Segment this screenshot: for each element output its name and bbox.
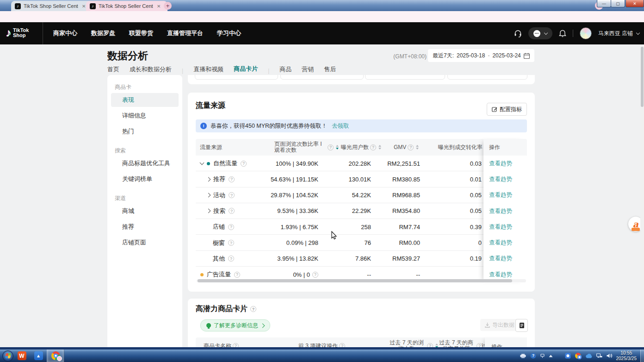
topbar-right-cluster: 马来西亚 店铺 [514, 22, 639, 44]
info-icon[interactable]: ? [328, 144, 334, 150]
view-trend-link[interactable]: 查看趋势 [483, 219, 527, 235]
sidebar-item[interactable]: 商城 [111, 204, 179, 218]
gmv-value: RM354.80 [392, 203, 420, 219]
info-icon[interactable]: ? [229, 192, 235, 198]
topnav-item[interactable]: 数据罗盘 [91, 29, 115, 37]
start-button[interactable] [2, 350, 13, 362]
browser-tab-2-active[interactable]: ♪ TikTok Shop Seller Center | Cr ✕ [86, 1, 167, 11]
tray-volume-icon[interactable] [607, 353, 613, 358]
tray-help-icon[interactable]: ? [530, 353, 536, 359]
taskbar-photos-button[interactable]: ▲ [30, 350, 47, 362]
sidebar-item[interactable]: 热门 [111, 125, 179, 138]
sidebar-item[interactable]: 详细信息 [111, 109, 179, 123]
notification-bell-icon[interactable] [559, 30, 566, 37]
info-icon[interactable]: ? [234, 272, 240, 278]
shop-name[interactable]: 马来西亚 店铺 [598, 30, 633, 37]
browser-tab-1[interactable]: ♪ TikTok Shop Seller Center | Cr ✕ [11, 1, 93, 11]
metric-card[interactable] [195, 75, 278, 80]
info-icon[interactable]: ? [241, 161, 247, 167]
info-icon[interactable]: ? [228, 240, 234, 246]
tray-printer-icon[interactable] [520, 354, 526, 358]
info-icon[interactable]: ? [427, 343, 433, 348]
taskbar-clock[interactable]: 10:55 2025/3/25 [616, 350, 637, 362]
info-icon[interactable]: ? [339, 343, 345, 348]
tiktok-shop-logo[interactable]: ♪ TikTok Shop [6, 26, 29, 39]
source-name: 广告流量 [207, 270, 231, 279]
source-name: 活动 [213, 191, 225, 200]
column-7day-viewers[interactable]: 过去 7 天的浏览人数 ? [388, 337, 438, 347]
view-trend-link[interactable]: 查看趋势 [483, 156, 527, 171]
expand-icon[interactable] [206, 209, 211, 213]
tab-close-icon[interactable]: ✕ [157, 4, 161, 9]
info-icon[interactable]: ? [250, 306, 256, 312]
traffic-row: 自然流量?100% | 349.90K202.28KRM2,251.510.03 [196, 156, 527, 171]
expand-icon[interactable] [200, 161, 204, 165]
claim-coupon-link[interactable]: 去领取 [332, 122, 349, 130]
sidebar-item[interactable]: 店铺页面 [111, 236, 179, 250]
column-7day-gmv[interactable]: 过去 7 天的商品交易总额 ? [437, 337, 488, 347]
column-gmv[interactable]: GMV ? [394, 139, 419, 156]
sidebar-item[interactable]: 商品标题优化工具 [111, 156, 179, 170]
tray-app-icon[interactable] [565, 353, 571, 359]
column-conversion-rate[interactable]: 曝光到成交转化率 ? [438, 139, 490, 156]
view-trend-link[interactable]: 查看趋势 [483, 171, 527, 187]
info-icon[interactable]: ? [229, 208, 235, 214]
document-icon [519, 322, 525, 329]
expand-icon[interactable] [206, 193, 211, 198]
sidebar-item[interactable]: 关键词榜单 [111, 172, 179, 186]
topnav-item[interactable]: 商家中心 [53, 29, 77, 37]
view-trend-link[interactable]: 查看趋势 [483, 235, 527, 251]
view-trend-link[interactable]: 查看趋势 [483, 187, 527, 203]
headset-icon[interactable] [514, 30, 522, 37]
show-hidden-icons-arrow[interactable] [549, 355, 553, 357]
topnav-item[interactable]: 学习中心 [217, 29, 241, 37]
info-icon[interactable]: ? [370, 144, 376, 150]
date-range-picker[interactable]: 最近7天: 2025-03-18 - 2025-03-24 [428, 49, 534, 62]
info-icon[interactable]: ? [228, 256, 234, 262]
horizontal-scrollbar[interactable] [197, 279, 526, 282]
tray-cloud-icon[interactable] [585, 354, 592, 358]
diagnosis-link-pill[interactable]: 了解更多诊断信息 [200, 319, 270, 331]
show-desktop-button[interactable] [640, 350, 644, 362]
column-pageview-ratio[interactable]: 页面浏览次数比率 I 观看次数 ? [274, 139, 339, 156]
view-trend-link[interactable]: 查看趋势 [483, 203, 527, 219]
report-list-button[interactable] [515, 319, 528, 332]
horizontal-scrollbar-thumb[interactable] [198, 279, 512, 282]
column-source: 流量来源 [200, 139, 222, 156]
tab-close-icon[interactable]: ✕ [82, 4, 86, 9]
page-scrollbar[interactable] [640, 44, 644, 347]
export-data-button[interactable]: 导出数据 [480, 319, 519, 331]
info-icon[interactable]: ? [228, 224, 234, 230]
metric-card[interactable] [447, 75, 527, 80]
metric-card[interactable] [280, 75, 364, 80]
window-minimize-button[interactable]: — [597, 0, 611, 7]
info-icon[interactable]: ? [229, 176, 235, 182]
sidebar-section-label: 渠道 [115, 194, 182, 202]
messages-button[interactable] [528, 27, 552, 39]
tray-chrome-icon[interactable] [575, 353, 581, 359]
sidebar-item[interactable]: 推荐 [111, 220, 179, 234]
expand-icon[interactable] [206, 177, 211, 181]
window-close-button[interactable]: ✕ [625, 0, 644, 7]
page-scrollbar-thumb[interactable] [641, 47, 644, 107]
info-icon[interactable]: ? [408, 144, 414, 150]
gmv-value: RM7.74 [399, 219, 420, 235]
tray-network-icon[interactable] [596, 353, 602, 358]
column-impression-users[interactable]: 曝光用户数 ? [341, 139, 381, 156]
configure-metrics-button[interactable]: 配置指标 [487, 103, 527, 116]
window-maximize-button[interactable]: ▢ [611, 0, 625, 7]
taskbar-chrome-button[interactable] [47, 350, 64, 362]
info-icon[interactable]: ? [233, 343, 239, 348]
view-trend-link[interactable]: 查看趋势 [483, 251, 527, 267]
metric-card[interactable] [365, 75, 445, 80]
users-value: 258 [361, 219, 371, 235]
new-tab-button[interactable]: + [164, 2, 172, 10]
ratio-value: 9.53% | 33.36K [277, 203, 318, 219]
info-icon[interactable]: ? [312, 272, 318, 278]
taskbar-wps-button[interactable]: W [13, 350, 30, 362]
shop-avatar[interactable] [580, 27, 592, 39]
topnav-item[interactable]: 联盟带货 [129, 29, 153, 37]
tray-usb-icon[interactable] [540, 354, 545, 358]
topnav-item[interactable]: 直播管理平台 [167, 29, 203, 37]
sidebar-item[interactable]: 表现 [111, 93, 179, 107]
